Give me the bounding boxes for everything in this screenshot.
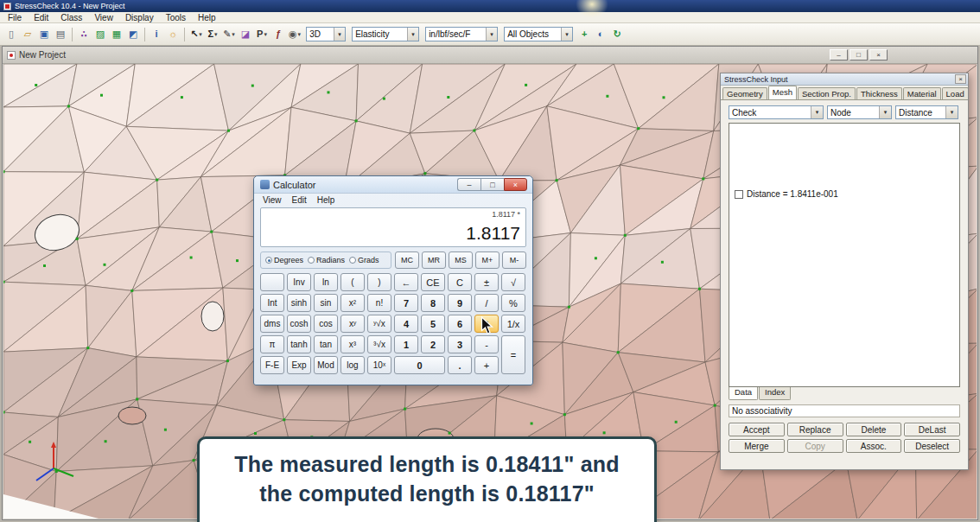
units-select[interactable]: in/lbf/sec/F▾ [425,27,498,41]
digit-5-button[interactable]: 5 [421,315,445,333]
menu-item-display[interactable]: Display [119,13,160,22]
function-icon[interactable]: ƒ [270,27,286,42]
menu-item-help[interactable]: Help [192,13,222,22]
calc-menu-edit[interactable]: Edit [287,195,312,205]
print-icon[interactable]: ▤ [53,27,68,42]
tab-geometry[interactable]: Geometry [722,87,767,99]
child-restore-button[interactable]: □ [850,49,868,60]
cos-button[interactable]: cos [314,315,338,333]
deselect-button[interactable]: Deselect [904,439,960,453]
save-icon[interactable]: ▣ [36,27,52,42]
child-title-bar[interactable]: New Project –□× [3,47,977,64]
memory-subtract-button[interactable]: M- [502,251,526,269]
calc-menu-help[interactable]: Help [312,195,340,205]
panel-title-bar[interactable]: StressCheck Input × [721,73,968,86]
blank-button[interactable] [260,273,284,291]
subtract-button[interactable]: - [474,335,499,353]
digit-3-button[interactable]: 3 [448,335,472,353]
bottom-tab-data[interactable]: Data [729,387,758,400]
sin-button[interactable]: sin [314,294,338,312]
analysis-type-select[interactable]: Elasticity▾ [352,27,419,41]
delast-button[interactable]: DeLast [904,423,960,436]
new-file-icon[interactable]: ▯ [3,27,19,42]
divide-button[interactable]: / [474,294,499,312]
digit-1-button[interactable]: 1 [394,335,418,353]
element-icon[interactable]: ◩ [125,27,141,42]
tab-load[interactable]: Load [942,87,968,99]
result-list[interactable]: Distance = 1.8411e-001 [729,123,960,387]
y-root-x-button[interactable]: ʸ√x [367,315,391,333]
light-icon[interactable]: ☼ [165,27,181,42]
shade-view-icon[interactable]: ◐ [593,27,608,42]
log-button[interactable]: log [340,356,365,374]
reciprocal-button[interactable]: 1/x [501,315,525,333]
calc-menu-view[interactable]: View [258,195,287,205]
inverse-button[interactable]: Inv [287,273,311,291]
list-item[interactable]: Distance = 1.8411e-001 [735,189,838,199]
menu-item-file[interactable]: File [2,13,28,22]
menu-item-view[interactable]: View [88,13,119,22]
calc-maximize-button[interactable]: □ [480,178,504,191]
bottom-tab-index[interactable]: Index [759,387,791,400]
sum-icon[interactable]: Σ▾ [205,27,220,42]
x-cubed-button[interactable]: x³ [340,335,365,353]
points-label-icon[interactable]: P▾ [254,27,270,42]
refresh-icon[interactable]: ↻ [609,27,625,42]
factorial-button[interactable]: n! [367,294,391,312]
replace-button[interactable]: Replace [787,423,843,436]
angle-mode-degrees[interactable]: Degrees [265,256,303,264]
clear-button[interactable]: C [448,273,472,291]
copy-button[interactable]: Copy [787,439,843,453]
equals-button[interactable]: = [501,335,525,374]
merge-button[interactable]: Merge [729,439,785,453]
exp-button[interactable]: Exp [287,356,311,374]
title-bar[interactable]: StressCheck 10.4 - New Project [0,0,980,12]
cube-root-button[interactable]: ³√x [367,335,391,353]
x-pow-y-button[interactable]: xʸ [340,315,365,333]
memory-add-button[interactable]: M+ [475,251,500,269]
action-select[interactable]: Check▾ [729,105,824,119]
open-folder-icon[interactable]: ▱ [20,27,35,42]
pi-button[interactable]: π [260,335,284,353]
select-arrow-icon[interactable]: ↖▾ [188,27,204,42]
integer-part-button[interactable]: Int [260,294,284,312]
dms-button[interactable]: dms [260,315,284,333]
object-select[interactable]: Node▾ [827,105,892,119]
tab-material[interactable]: Material [903,87,941,99]
open-paren-button[interactable]: ( [340,273,365,291]
memory-clear-button[interactable]: MC [395,251,419,269]
tab-section-prop[interactable]: Section Prop. [798,87,856,99]
child-minimize-button[interactable]: – [830,49,848,60]
menu-item-tools[interactable]: Tools [160,13,192,22]
digit-9-button[interactable]: 9 [448,294,472,312]
dimension-select[interactable]: 3D▾ [306,27,346,41]
info-icon[interactable]: i [149,27,164,42]
angle-mode-grads[interactable]: Grads [349,256,379,264]
fe-button[interactable]: F-E [260,356,284,374]
fill-icon[interactable]: ◪ [238,27,253,42]
digit-2-button[interactable]: 2 [421,335,445,353]
cosh-button[interactable]: cosh [287,315,311,333]
sinh-button[interactable]: sinh [287,294,311,312]
object-filter-select[interactable]: All Objects▾ [504,27,573,41]
memory-store-button[interactable]: MS [449,251,473,269]
accept-button[interactable]: Accept [729,423,785,436]
add-button[interactable]: + [474,356,499,374]
tab-thickness[interactable]: Thickness [856,87,902,99]
assoc-button[interactable]: Assoc. [846,439,902,453]
points-icon[interactable]: ∴ [76,27,92,42]
ten-pow-x-button[interactable]: 10ˣ [367,356,391,374]
tab-mesh[interactable]: Mesh [768,86,797,99]
tanh-button[interactable]: tanh [287,335,311,353]
digit-8-button[interactable]: 8 [421,294,445,312]
natural-log-button[interactable]: ln [314,273,338,291]
x-squared-button[interactable]: x² [340,294,365,312]
digit-4-button[interactable]: 4 [394,315,418,333]
digit-7-button[interactable]: 7 [394,294,418,312]
decimal-button[interactable]: . [448,356,472,374]
tan-button[interactable]: tan [314,335,338,353]
menu-item-edit[interactable]: Edit [28,13,54,22]
calc-close-button[interactable]: × [504,178,527,191]
distance-checkbox[interactable] [735,190,743,199]
child-close-button[interactable]: × [869,49,888,60]
